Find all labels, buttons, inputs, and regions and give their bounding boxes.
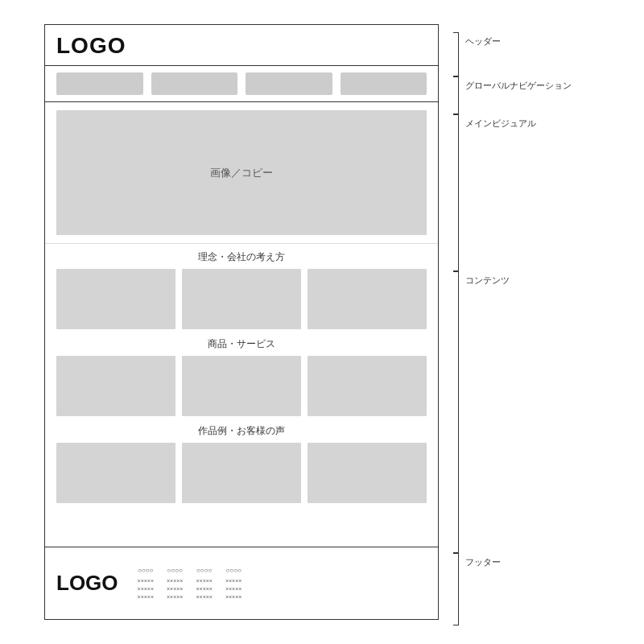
grid-section-1 — [56, 269, 427, 329]
footer-col-3: ○○○○ ××××× ××××× ××××× — [196, 567, 212, 600]
main-visual-box: 画像／コピー — [56, 110, 427, 235]
content-area: 理念・会社の考え方 商品・サービス 作品例・お客様の声 — [45, 244, 438, 503]
annotation-nav: グローバルナビゲーション — [451, 76, 572, 114]
bracket-top — [453, 553, 458, 554]
footer-col-1: ○○○○ ××××× ××××× ××××× — [138, 567, 154, 600]
grid-item — [308, 443, 427, 503]
footer-col-title-1: ○○○○ — [138, 567, 153, 574]
grid-item — [182, 269, 301, 329]
annotation-bracket-header — [451, 32, 459, 76]
annotation-main-visual: メインビジュアル — [451, 114, 536, 271]
footer-link-1: ××××× — [167, 578, 183, 584]
footer-logo: LOGO — [56, 571, 118, 596]
footer-col-title-3: ○○○○ — [196, 567, 212, 574]
annotation-bracket-nav — [451, 76, 459, 114]
section-title-2: 商品・サービス — [56, 331, 427, 356]
section-title-3: 作品例・お客様の声 — [56, 418, 427, 443]
main-visual-label: 画像／コピー — [210, 166, 273, 180]
grid-item — [182, 443, 301, 503]
nav-item-3[interactable] — [246, 72, 332, 95]
annotation-header: ヘッダー — [451, 32, 501, 76]
grid-item — [56, 356, 175, 416]
nav-item-4[interactable] — [341, 72, 427, 95]
grid-item — [56, 269, 175, 329]
annotation-label-header: ヘッダー — [459, 32, 501, 47]
bracket-top — [453, 114, 458, 115]
annotation-footer: フッター — [451, 553, 501, 625]
footer-link-2: ××××× — [167, 586, 183, 592]
annotation-bracket-contents — [451, 271, 459, 553]
footer-link-1: ××××× — [225, 578, 242, 584]
grid-item — [308, 356, 427, 416]
grid-section-3 — [56, 443, 427, 503]
nav-item-2[interactable] — [151, 72, 238, 95]
footer-link-3: ××××× — [138, 594, 154, 600]
section-title-1: 理念・会社の考え方 — [56, 244, 427, 269]
bracket-top — [453, 76, 458, 77]
annotation-bracket-main-visual — [451, 114, 459, 271]
annotation-bracket-footer — [451, 553, 459, 625]
footer-link-2: ××××× — [196, 586, 212, 592]
grid-section-2 — [56, 356, 427, 416]
logo: LOGO — [56, 33, 427, 59]
bracket-bottom — [453, 625, 458, 625]
annotation-label-main-visual: メインビジュアル — [459, 114, 536, 130]
nav-section — [45, 66, 438, 102]
annotation-contents: コンテンツ — [451, 271, 510, 553]
grid-item — [182, 356, 301, 416]
wireframe: LOGO 画像／コピー 理念・会社の考え方 商品・サービス — [44, 24, 439, 620]
bracket-top — [453, 271, 458, 272]
annotation-label-nav: グローバルナビゲーション — [459, 76, 572, 92]
footer-col-title-4: ○○○○ — [225, 567, 241, 574]
footer-link-3: ××××× — [225, 594, 242, 600]
footer-link-1: ××××× — [196, 578, 212, 584]
main-visual-section: 画像／コピー — [45, 102, 438, 244]
header-section: LOGO — [45, 25, 438, 66]
footer-link-2: ××××× — [138, 586, 154, 592]
nav-item-1[interactable] — [56, 72, 143, 95]
footer-col-4: ○○○○ ××××× ××××× ××××× — [225, 567, 242, 600]
footer-col-2: ○○○○ ××××× ××××× ××××× — [167, 567, 183, 600]
grid-item — [56, 443, 175, 503]
footer-link-1: ××××× — [138, 578, 154, 584]
bracket-top — [453, 32, 458, 33]
footer-link-2: ××××× — [225, 586, 242, 592]
footer-section: LOGO ○○○○ ××××× ××××× ××××× ○○○○ ××××× ×… — [45, 547, 438, 619]
footer-link-3: ××××× — [167, 594, 183, 600]
page-container: LOGO 画像／コピー 理念・会社の考え方 商品・サービス — [0, 0, 644, 644]
grid-item — [308, 269, 427, 329]
annotation-label-contents: コンテンツ — [459, 271, 510, 287]
footer-col-title-2: ○○○○ — [167, 567, 183, 574]
footer-link-3: ××××× — [196, 594, 212, 600]
footer-links: ○○○○ ××××× ××××× ××××× ○○○○ ××××× ××××× … — [138, 567, 427, 600]
annotation-label-footer: フッター — [459, 553, 501, 568]
annotations: ヘッダー グローバルナビゲーション メインビジュアル コンテンツ — [451, 24, 628, 620]
